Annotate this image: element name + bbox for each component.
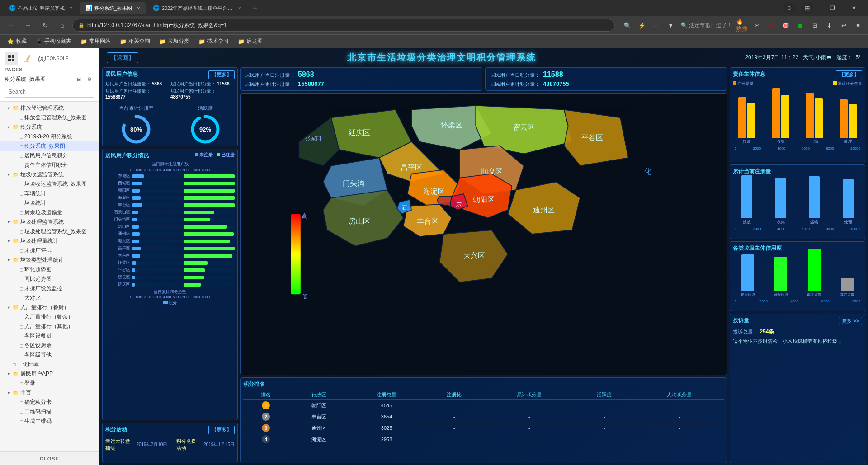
url-text: http://127.0.0.1:32767/start.html#p=积分系统… bbox=[87, 22, 609, 29]
download-icon[interactable]: ⬇ bbox=[823, 19, 835, 32]
svg-text:80%: 80% bbox=[130, 126, 142, 133]
hbar-x-labels: 010002000300040005000600070008000 bbox=[105, 168, 235, 172]
menu-icon[interactable]: ≡ bbox=[852, 19, 864, 32]
tree-垃圾处理量统计[interactable]: ▼ 📁 垃圾处理量统计 bbox=[0, 236, 99, 246]
address-bar[interactable]: 🔒 http://127.0.0.1:32767/start.html#p=积分… bbox=[72, 19, 615, 32]
icon-c[interactable]: ◼ bbox=[794, 19, 807, 32]
close-button[interactable]: ✕ bbox=[844, 0, 864, 16]
more-icon[interactable]: ··· bbox=[650, 19, 663, 32]
tree-2019积分系统[interactable]: □ 2019-3-20 积分系统 bbox=[0, 132, 99, 141]
tree-居民用户APP[interactable]: ▼ 📁 居民用户APP bbox=[0, 369, 99, 379]
expand-icon[interactable]: ▼ bbox=[665, 19, 677, 32]
tree-垃圾统计[interactable]: □ 垃圾统计 bbox=[0, 198, 99, 208]
tree-入厂量排行餐余[interactable]: □ 入厂量排行（餐余） bbox=[0, 312, 99, 322]
tab-bar: 🌐 作品上传-程序员客栈 ✕ 📊 积分系统_效果图 ✕ 🌐 2022年产品经理线… bbox=[0, 0, 868, 16]
tree-垃圾处理监管系统[interactable]: ▼ 📁 垃圾处理监管系统 bbox=[0, 217, 99, 227]
tree-大对比[interactable]: □ 大对比 bbox=[0, 293, 99, 303]
col-total-points: 累计积分量 bbox=[484, 390, 574, 400]
close-button-sidebar[interactable]: CLOSE bbox=[0, 451, 99, 465]
icon-b[interactable]: 🎯 bbox=[779, 19, 792, 32]
hbar-track-blue-13 bbox=[132, 268, 183, 272]
tree-垃圾处理监管系统效果图[interactable]: □ 垃圾处理监管系统_效果图 bbox=[0, 227, 99, 236]
bookmark-mobile[interactable]: 📱 手机收藏夹 bbox=[32, 36, 75, 47]
scissors-icon[interactable]: ✂ bbox=[750, 19, 763, 32]
tree-生成二维码[interactable]: □ 生成二维码 bbox=[0, 417, 99, 426]
bookmark-query[interactable]: 📁 相关查询 bbox=[116, 36, 154, 47]
tree-二维码扫描[interactable]: □ 二维码扫描 bbox=[0, 407, 99, 417]
undo-icon[interactable]: ↩ bbox=[837, 19, 850, 32]
tree-垃圾类型处理统计[interactable]: ▼ 📁 垃圾类型处理统计 bbox=[0, 255, 99, 265]
hbar-fill-blue-4 bbox=[132, 203, 142, 207]
icon-a[interactable]: A bbox=[765, 19, 778, 32]
bookmark-common[interactable]: 📁 常用网站 bbox=[77, 36, 114, 47]
back-button[interactable]: ← bbox=[4, 18, 18, 33]
responsibility-more[interactable]: 【更多】 bbox=[836, 70, 862, 79]
credit-cat-1: 餐厨垃圾 bbox=[741, 292, 755, 297]
tree-车辆统计[interactable]: □ 车辆统计 bbox=[0, 189, 99, 198]
tree-垃圾收运监管系统[interactable]: ▼ 📁 垃圾收运监管系统 bbox=[0, 170, 99, 179]
panel-left: 居民用户信息 【更多】 居民用户当日注册量： 5868 居民用户当日积分量： bbox=[102, 67, 238, 463]
tab-1[interactable]: 🌐 作品上传-程序员客栈 ✕ bbox=[4, 2, 78, 14]
bookmark-trash[interactable]: 📁 垃圾分类 bbox=[156, 36, 193, 47]
svg-text:昌平区: 昌平区 bbox=[401, 164, 422, 171]
sidebar-tab-console[interactable]: CONSOLE bbox=[51, 52, 64, 65]
tab-2[interactable]: 📊 积分系统_效果图 ✕ bbox=[80, 2, 146, 14]
tree-确定积分卡[interactable]: □ 确定积分卡 bbox=[0, 398, 99, 407]
tab-1-close[interactable]: ✕ bbox=[69, 6, 73, 11]
search-icon[interactable]: 🔍 bbox=[621, 19, 634, 32]
complaint-total-value: 254条 bbox=[760, 329, 774, 335]
back-button-dash[interactable]: 【返回】 bbox=[107, 52, 138, 63]
circle-container: 当前累计注册率 80% 活跃度 bbox=[105, 102, 235, 148]
tab-3[interactable]: 🌐 2022年产品经理线上接单平台汇... ✕ bbox=[147, 2, 247, 14]
complaint-more[interactable]: 更多 >> bbox=[839, 317, 862, 325]
tree-厨余垃圾运输量[interactable]: □ 厨余垃圾运输量 bbox=[0, 208, 99, 217]
svg-text:92%: 92% bbox=[199, 126, 211, 133]
hot-icon[interactable]: 🔥热搜 bbox=[736, 19, 749, 32]
tab-2-close[interactable]: ✕ bbox=[137, 6, 140, 11]
tree-居民用户信息积分[interactable]: □ 居民用户信息积分 bbox=[0, 151, 99, 160]
sidebar-tab-pages[interactable] bbox=[5, 52, 18, 65]
arrow-icon-8: ▼ bbox=[7, 372, 11, 376]
home-button[interactable]: ⌂ bbox=[55, 18, 70, 33]
extensions-button[interactable]: ⊞ bbox=[801, 2, 814, 14]
cum-label-3: 运输 bbox=[810, 219, 818, 225]
tree-垃圾收运监管系统效果图[interactable]: □ 垃圾收运监管系统_效果图 bbox=[0, 179, 99, 189]
tree-各区设厨余[interactable]: □ 各区设厨余 bbox=[0, 341, 99, 350]
tree-责任主体信用积分[interactable]: □ 责任主体信用积分 bbox=[0, 160, 99, 170]
new-tab-button[interactable]: + bbox=[249, 2, 261, 14]
tree-未拆厂设施监控[interactable]: □ 未拆厂设施监控 bbox=[0, 284, 99, 293]
lightning-icon[interactable]: ⚡ bbox=[636, 19, 648, 32]
tree-各区设餐厨[interactable]: □ 各区设餐厨 bbox=[0, 331, 99, 341]
tree-积分系统[interactable]: ▼ 📁 积分系统 bbox=[0, 122, 99, 132]
tree-排放登记管理系统[interactable]: ▼ 📁 排放登记管理系统 bbox=[0, 103, 99, 113]
tree-积分系统效果图[interactable]: □ 积分系统_效果图 bbox=[0, 141, 99, 151]
tree-登录[interactable]: □ 登录 bbox=[0, 379, 99, 388]
bookmark-favorites[interactable]: ⭐ 收藏 bbox=[4, 36, 30, 47]
bookmark-tech[interactable]: 📁 技术学习 bbox=[195, 36, 232, 47]
tree-三化比率[interactable]: □ 三化比率 bbox=[0, 360, 99, 369]
search-input[interactable] bbox=[5, 86, 94, 98]
tree-排放登记管理系统_效果图[interactable]: □ 排放登记管理系统_效果图 bbox=[0, 113, 99, 122]
forward-button[interactable]: → bbox=[21, 18, 35, 33]
credit-title: 各类垃圾主体信用度 bbox=[733, 244, 862, 252]
hbar-track-green-8 bbox=[184, 232, 235, 236]
sidebar-settings-btn[interactable]: ⚙ bbox=[85, 74, 94, 84]
tree-主页[interactable]: ▼ 📁 主页 bbox=[0, 388, 99, 398]
activity-more[interactable]: 【更多】 bbox=[208, 426, 235, 434]
tree-环化趋势图[interactable]: □ 环化趋势图 bbox=[0, 265, 99, 274]
user-info-more[interactable]: 【更多】 bbox=[208, 70, 235, 79]
tree-入厂量排行餐厨[interactable]: ▼ 📁 入厂量排行（餐厨） bbox=[0, 303, 99, 312]
bookmark-qilong[interactable]: 📁 启龙图 bbox=[234, 36, 266, 47]
tree-同比趋势图[interactable]: □ 同比趋势图 bbox=[0, 274, 99, 284]
sidebar-tab-notes[interactable]: 📝 bbox=[20, 52, 33, 65]
points-cell-1: - bbox=[484, 400, 574, 411]
refresh-button[interactable]: ↻ bbox=[38, 18, 52, 33]
sidebar-expand-btn[interactable]: ⊞ bbox=[74, 74, 84, 84]
restore-button[interactable]: ❐ bbox=[822, 0, 843, 16]
tree-入厂量排行其他[interactable]: □ 入厂量排行（其他） bbox=[0, 322, 99, 331]
icon-d[interactable]: ⊞ bbox=[808, 19, 821, 32]
tab-3-close[interactable]: ✕ bbox=[238, 6, 241, 11]
profile-button[interactable]: 3 bbox=[783, 2, 796, 14]
tree-各区级其他[interactable]: □ 各区级其他 bbox=[0, 350, 99, 360]
tree-未拆厂评排[interactable]: □ 未拆厂评排 bbox=[0, 246, 99, 255]
